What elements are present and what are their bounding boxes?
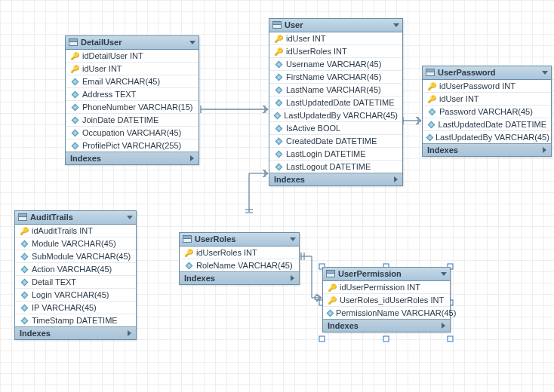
key-icon: 🔑 <box>20 226 29 235</box>
column-text: RoleName VARCHAR(45) <box>196 261 293 270</box>
collapse-icon[interactable] <box>290 237 296 241</box>
svg-line-4 <box>263 106 268 109</box>
column-row[interactable]: TimeStamp DATETIME <box>15 314 136 326</box>
column-row[interactable]: Detail TEXT <box>15 276 136 289</box>
entity-title[interactable]: User <box>269 19 402 32</box>
entity-title[interactable]: UserRoles <box>180 233 299 247</box>
column-icon <box>274 72 283 81</box>
column-icon <box>70 103 79 112</box>
entity-userroles[interactable]: UserRoles 🔑idUserRoles INT RoleName VARC… <box>179 232 300 285</box>
column-row[interactable]: LastLogout DATETIME <box>269 161 402 173</box>
column-row[interactable]: SubModule VARCHAR(45) <box>15 250 136 263</box>
column-text: LastUpdatedBy VARCHAR(45) <box>284 111 398 120</box>
indexes-label: Indexes <box>328 321 359 330</box>
er-diagram-canvas[interactable]: { "footer_label": "Indexes", "entities":… <box>0 0 554 392</box>
column-text: idUserRoles INT <box>196 248 257 257</box>
expand-icon <box>291 275 294 281</box>
indexes-label: Indexes <box>184 274 215 283</box>
column-row[interactable]: 🔑UserRoles_idUserRoles INT <box>323 294 450 307</box>
entity-title[interactable]: AuditTrails <box>15 211 136 225</box>
column-text: Address TEXT <box>82 90 136 99</box>
column-row[interactable]: ProfilePict VARCHAR(255) <box>66 139 199 152</box>
column-row[interactable]: LastUpdatedDate DATETIME <box>269 96 402 109</box>
entity-title[interactable]: DetailUser <box>66 36 199 50</box>
indexes-section[interactable]: Indexes <box>180 271 299 284</box>
collapse-icon[interactable] <box>189 41 195 44</box>
column-icon <box>20 303 29 312</box>
indexes-section[interactable]: Indexes <box>323 319 450 332</box>
column-text: LastName VARCHAR(45) <box>286 85 381 94</box>
column-row[interactable]: 🔑idUser INT <box>269 32 402 45</box>
expand-icon <box>543 147 546 153</box>
column-icon <box>274 111 281 120</box>
column-row[interactable]: 🔑idUserPermission INT <box>323 281 450 294</box>
collapse-icon[interactable] <box>127 216 133 219</box>
entity-userpassword[interactable]: UserPassword 🔑idUserPassword INT 🔑idUser… <box>422 66 552 157</box>
column-row[interactable]: Address TEXT <box>66 88 199 101</box>
collapse-icon[interactable] <box>393 23 399 27</box>
column-text: idUser INT <box>82 64 122 73</box>
svg-line-25 <box>416 117 421 121</box>
column-row[interactable]: 🔑idDetailUser INT <box>66 50 199 63</box>
column-row[interactable]: JoinDate DATETIME <box>66 114 199 127</box>
entity-title[interactable]: UserPermission <box>323 268 450 281</box>
indexes-section[interactable]: Indexes <box>423 143 551 156</box>
column-row[interactable]: PermissionName VARCHAR(45) <box>323 307 450 319</box>
entity-audittrails[interactable]: AuditTrails 🔑idAuditTrails INT Module VA… <box>14 210 137 340</box>
indexes-label: Indexes <box>427 145 458 155</box>
column-text: CreatedDate DATETIME <box>286 136 377 145</box>
column-row[interactable]: PhoneNumber VARCHAR(15) <box>66 101 199 114</box>
column-row[interactable]: IsActive BOOL <box>269 122 402 135</box>
column-text: Password VARCHAR(45) <box>439 107 533 116</box>
column-row[interactable]: Email VARCHAR(45) <box>66 75 199 88</box>
column-row[interactable]: LastUpdatedBy VARCHAR(45) <box>423 131 551 143</box>
column-row[interactable]: 🔑idUserPassword INT <box>423 80 551 93</box>
column-row[interactable]: 🔑idUser INT <box>66 63 199 75</box>
column-text: IP VARCHAR(45) <box>32 303 97 312</box>
collapse-icon[interactable] <box>441 272 447 276</box>
entity-userpermission[interactable]: UserPermission 🔑idUserPermission INT 🔑Us… <box>322 267 451 332</box>
column-row[interactable]: LastUpdatedDate DATETIME <box>423 118 551 131</box>
column-row[interactable]: Module VARCHAR(45) <box>15 237 136 250</box>
indexes-section[interactable]: Indexes <box>66 152 199 164</box>
column-text: idUserPermission INT <box>340 283 420 292</box>
key-icon: 🔑 <box>274 34 283 43</box>
key-icon: 🔑 <box>427 81 436 90</box>
column-row[interactable]: 🔑idUser INT <box>423 93 551 106</box>
column-row[interactable]: LastUpdatedBy VARCHAR(45) <box>269 109 402 122</box>
column-text: idUser INT <box>286 34 326 43</box>
column-row[interactable]: 🔑idUserRoles INT <box>269 45 402 58</box>
column-row[interactable]: Action VARCHAR(45) <box>15 263 136 276</box>
entity-detailuser[interactable]: DetailUser 🔑idDetailUser INT 🔑idUser INT… <box>65 35 199 165</box>
column-row[interactable]: LastLogin DATETIME <box>269 148 402 161</box>
column-row[interactable]: Password VARCHAR(45) <box>423 106 551 118</box>
column-text: IsActive BOOL <box>286 124 340 133</box>
column-row[interactable]: LastName VARCHAR(45) <box>269 84 402 96</box>
entity-user[interactable]: User 🔑idUser INT 🔑idUserRoles INT Userna… <box>269 18 403 186</box>
column-icon <box>427 133 432 142</box>
column-icon <box>20 265 29 274</box>
column-text: idUserPassword INT <box>439 81 516 90</box>
column-row[interactable]: CreatedDate DATETIME <box>269 135 402 148</box>
column-text: Username VARCHAR(45) <box>286 60 381 69</box>
column-icon <box>184 261 193 270</box>
column-text: idAuditTrails INT <box>32 226 93 235</box>
entity-title[interactable]: UserPassword <box>423 66 551 80</box>
column-text: TimeStamp DATETIME <box>32 316 118 325</box>
column-row[interactable]: Occupation VARCHAR(45) <box>66 127 199 139</box>
column-text: Detail TEXT <box>32 277 76 286</box>
collapse-icon[interactable] <box>542 71 548 75</box>
column-row[interactable]: Login VARCHAR(45) <box>15 289 136 302</box>
svg-line-26 <box>416 121 421 124</box>
column-row[interactable]: RoleName VARCHAR(45) <box>180 259 299 271</box>
entity-name: UserRoles <box>195 234 235 243</box>
column-row[interactable]: 🔑idUserRoles INT <box>180 247 299 259</box>
column-row[interactable]: Username VARCHAR(45) <box>269 58 402 71</box>
column-row[interactable]: IP VARCHAR(45) <box>15 302 136 314</box>
column-row[interactable]: 🔑idAuditTrails INT <box>15 225 136 237</box>
column-text: idDetailUser INT <box>82 51 143 60</box>
column-row[interactable]: FirstName VARCHAR(45) <box>269 71 402 84</box>
indexes-section[interactable]: Indexes <box>15 326 136 339</box>
indexes-section[interactable]: Indexes <box>269 173 402 185</box>
column-icon <box>274 136 283 145</box>
